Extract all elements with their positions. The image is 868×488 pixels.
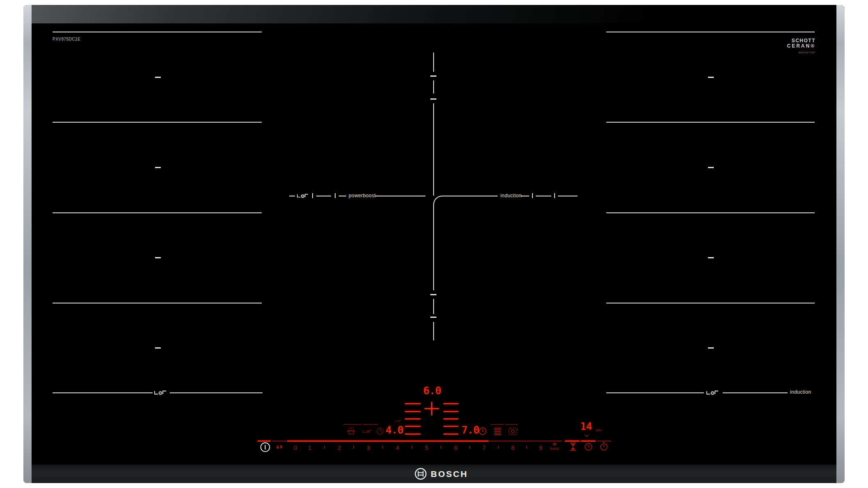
slider-tick[interactable]: [382, 446, 383, 449]
slider-level-5[interactable]: 5: [422, 445, 432, 451]
level-bar: [443, 411, 458, 412]
slider-track-segment: [489, 440, 562, 442]
center-divider-segment: [433, 322, 434, 340]
center-line-tick: [554, 193, 555, 198]
slider-tick[interactable]: [469, 446, 470, 449]
slider-level-1[interactable]: 1: [305, 445, 315, 451]
level-bar: [443, 403, 458, 404]
model-number: PXV975DC1E: [53, 37, 80, 41]
level-bar: [405, 411, 420, 412]
induction-label: induction: [500, 193, 522, 198]
slider-tick[interactable]: [353, 446, 354, 449]
slider-level-6[interactable]: 6: [451, 445, 461, 451]
timer-unit-label: min: [596, 428, 602, 432]
slider-track-segment: [565, 440, 580, 442]
zone-line: [606, 212, 815, 213]
pan-center-mark: [155, 347, 161, 349]
timer-value-display: 14: [577, 421, 596, 432]
zone-indicator-line: [505, 424, 518, 425]
zone-line: [606, 392, 704, 393]
induction-label: induction: [790, 389, 811, 395]
center-divider-segment: [433, 299, 434, 314]
glass-serial-number: 9001027187: [765, 51, 815, 54]
pan-center-mark: [155, 77, 161, 78]
flexzone-icon: [296, 193, 309, 198]
timer-clock-icon[interactable]: [376, 427, 384, 435]
zone-line: [53, 303, 262, 303]
slider-level-0[interactable]: 0: [290, 445, 300, 451]
boost-star-icon: [552, 442, 557, 446]
center-divider-segment: [433, 205, 434, 290]
slider-tick[interactable]: [498, 446, 499, 449]
flexzone-icon: [153, 390, 167, 395]
level-bar: [405, 426, 420, 427]
zone-line: [53, 392, 153, 393]
flexzone-select-icon[interactable]: [362, 429, 373, 433]
schott-logo-line1: SCHOTT: [765, 38, 815, 43]
slider-level-2[interactable]: 2: [334, 445, 344, 451]
slider-level-8[interactable]: 8: [508, 445, 518, 451]
divider-tick: [430, 317, 436, 318]
slider-tick[interactable]: [441, 446, 441, 449]
right-metal-trim: [836, 5, 845, 483]
slider-track-segment: [581, 440, 596, 442]
left-metal-trim: [23, 5, 32, 483]
center-line-tick: [335, 193, 336, 198]
kitchen-timer-icon[interactable]: [599, 442, 608, 451]
zone-line: [606, 32, 815, 32]
zone-indicator-line: [491, 424, 504, 425]
zone-line: [53, 212, 262, 213]
pan-center-mark: [708, 347, 714, 349]
bosch-logo: BOSCH: [414, 467, 468, 480]
flexzone-mini-icon: [395, 419, 402, 422]
timer-clock-icon[interactable]: [478, 427, 487, 436]
slider-tick[interactable]: [526, 446, 527, 449]
boost-key[interactable]: boost: [546, 447, 563, 451]
slider-tick[interactable]: [324, 446, 325, 449]
divider-tick: [430, 75, 436, 77]
keep-warm-icon[interactable]: [346, 427, 356, 435]
product-photo: PXV975DC1E SCHOTT CERAN® 9001027187 indu…: [0, 0, 868, 488]
slider-track-segment: [272, 440, 286, 442]
level-bar: [405, 403, 420, 404]
zone-indicator-line: [363, 424, 378, 425]
level-bar: [443, 426, 458, 427]
top-bezel: [32, 5, 836, 23]
center-divider-segment: [433, 52, 434, 72]
divider-tick: [430, 98, 436, 100]
center-line-dash: [289, 196, 295, 196]
slider-level-4[interactable]: 4: [393, 445, 402, 451]
pan-center-mark: [708, 257, 714, 258]
power-button[interactable]: [260, 442, 271, 453]
slider-level-9[interactable]: 9: [536, 445, 546, 451]
center-divider-segment: [433, 80, 434, 93]
hourglass-icon[interactable]: [570, 442, 576, 451]
zone-line: [606, 303, 815, 303]
zone-line: [606, 122, 815, 123]
childlock-icon[interactable]: [275, 443, 284, 451]
center-line-segment: [316, 196, 331, 196]
slider-tick[interactable]: [411, 446, 412, 449]
level-bar: [405, 433, 420, 435]
center-line-segment: [339, 196, 346, 196]
zone-line: [53, 32, 262, 32]
schott-ceran-logo: SCHOTT CERAN® 9001027187: [765, 38, 815, 54]
left-zone-level-display: 4.0: [384, 424, 405, 436]
powerboost-label: powerboost: [349, 193, 376, 198]
center-line-tick: [532, 193, 533, 198]
slider-track-segment: [287, 440, 489, 442]
center-line-segment: [521, 196, 529, 196]
center-line-segment: [536, 196, 551, 196]
flexzone-icon: [706, 390, 720, 395]
frying-sensor-icon[interactable]: [508, 427, 519, 436]
slider-level-7[interactable]: 7: [479, 445, 489, 451]
slider-level-3[interactable]: 3: [363, 445, 373, 451]
center-line-segment: [444, 196, 498, 196]
clock-key-icon[interactable]: [584, 442, 593, 451]
center-line-tick: [312, 193, 313, 198]
level-bar: [443, 418, 458, 420]
bosch-armature-icon: [414, 467, 427, 480]
pan-center-mark: [155, 257, 161, 258]
schott-logo-line2: CERAN®: [765, 43, 815, 49]
menu-icon[interactable]: [494, 427, 501, 436]
